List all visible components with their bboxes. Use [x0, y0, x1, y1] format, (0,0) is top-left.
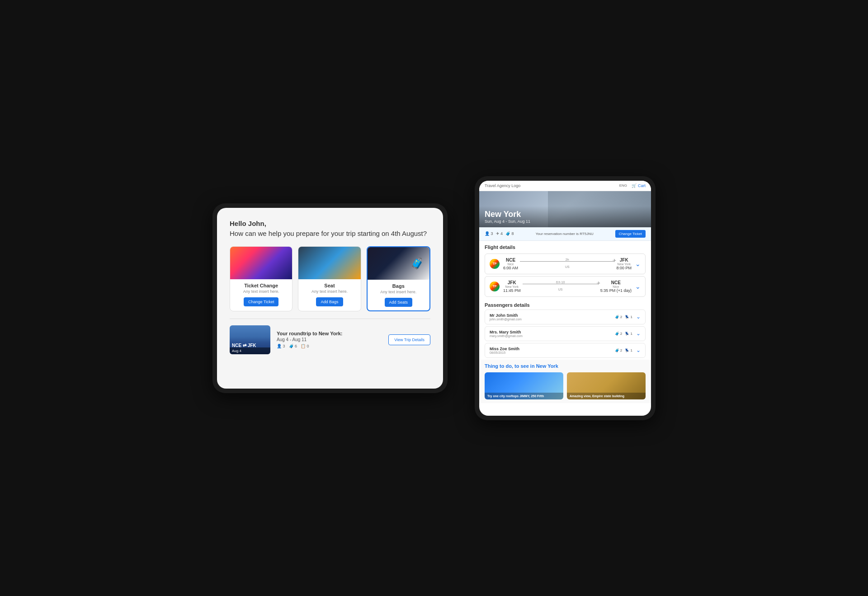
right-tablet-inner: Travel Agency Logo ENG 🛒 Cart New York S…: [479, 181, 651, 416]
arrival-city-1: New York: [616, 263, 632, 266]
trip-title: Your roundtrip to New York:: [277, 331, 382, 336]
language-selector[interactable]: ENG: [619, 183, 627, 188]
passenger-info-2: Mrs. Mary Smith mary.smith@gmail.com: [490, 330, 615, 338]
arrival-code-1: JFK: [616, 258, 632, 263]
thing-card-jimmy[interactable]: Try one city rooftops JIMMY, 250 Fifth: [485, 372, 563, 399]
passenger-icons-1: 🧳 2 💺 1: [615, 315, 632, 319]
ticket-card-image: [230, 247, 292, 279]
greeting-line1: Hello John,: [230, 220, 266, 227]
trip-info: Your roundtrip to New York: Aug 4 - Aug …: [277, 331, 382, 348]
arrival-code-2: NCE: [600, 280, 632, 285]
pax-count: 👤 3: [485, 231, 493, 236]
pax2-seat-icon: 💺 1: [625, 332, 632, 336]
passenger-name-2: Mrs. Mary Smith: [490, 330, 615, 334]
flight-duration-1: 2h: [520, 258, 614, 261]
ticket-card-desc: Any text insert here.: [243, 289, 279, 294]
bag-count: ✈ 4: [496, 231, 503, 236]
flight-expand-2[interactable]: ⌄: [635, 283, 641, 290]
add-bags-button[interactable]: Add Bags: [316, 297, 343, 306]
arrival-city-2: Nice: [600, 285, 632, 288]
hero-section: New York Sun, Aug 4 - Sun, Aug 11: [479, 191, 651, 227]
airline-logo-2: TP: [490, 282, 500, 291]
passenger-icons-2: 🧳 2 💺 1: [615, 332, 632, 336]
passenger-info-3: Miss Zoe Smith 08/05/2015: [490, 347, 615, 354]
add-seats-button[interactable]: Add Seats: [385, 298, 413, 307]
cart-icon[interactable]: 🛒 Cart: [632, 183, 646, 188]
header-right: ENG 🛒 Cart: [619, 183, 646, 188]
passenger-dob-3: 08/05/2015: [490, 351, 615, 354]
trip-row: Aug 4 NCE ⇄ JFK Your roundtrip to New Yo…: [230, 325, 430, 354]
passenger-card-1: Mr John Smith john.smith@gmail.com 🧳 2 💺…: [485, 310, 646, 324]
right-change-ticket-button[interactable]: Change Ticket: [615, 230, 646, 238]
bags-card: Bags Any text insert here. Add Seats: [367, 246, 430, 311]
passenger-info-1: Mr John Smith john.smith@gmail.com: [490, 313, 615, 321]
right-header: Travel Agency Logo ENG 🛒 Cart: [479, 181, 651, 191]
ticket-card-title: Ticket Change: [244, 283, 278, 288]
flight-card-2: TP JFK New York 11:45 PM 6:h 10 US: [485, 276, 646, 297]
passenger-icons-3: 🧳 2 💺 1: [615, 348, 632, 352]
departure-city-1: Nice: [503, 263, 518, 266]
departure-city-2: New York: [503, 285, 521, 288]
bags-card-title: Bags: [392, 283, 405, 289]
passenger-expand-1[interactable]: ⌄: [636, 314, 641, 320]
pax1-seat-icon: 💺 1: [625, 315, 632, 319]
flight-expand-1[interactable]: ⌄: [635, 260, 641, 267]
left-tablet-inner: Hello John, How can we help you prepare …: [217, 208, 443, 389]
change-ticket-button[interactable]: Change Ticket: [244, 297, 279, 306]
trip-other: 📋 0: [301, 344, 309, 348]
passenger-card-2: Mrs. Mary Smith mary.smith@gmail.com 🧳 2…: [485, 326, 646, 341]
airline-logo-1: TP: [490, 259, 500, 269]
seat-card-title: Seat: [324, 283, 335, 288]
trip-dates: Aug 4 - Aug 11: [277, 337, 382, 342]
things-cards: Try one city rooftops JIMMY, 250 Fifth A…: [485, 372, 646, 399]
flight-arrow-2: 6:h 10 US: [523, 281, 599, 292]
departure-time-1: 6:00 AM: [503, 266, 518, 270]
section-divider: [230, 319, 430, 319]
hero-dates: Sun, Aug 4 - Sun, Aug 11: [485, 219, 646, 224]
departure-code-2: JFK: [503, 280, 521, 285]
arrival-info-1: JFK New York 8:00 PM: [616, 258, 632, 270]
arrival-info-2: NCE Nice 5:35 PM (+1 day): [600, 280, 632, 293]
greeting-line2: How can we help you prepare for your tri…: [230, 230, 427, 237]
reservation-icons: 👤 3 ✈ 4 🧳 8: [485, 231, 514, 236]
flight-details-title: Flight details: [479, 241, 651, 252]
city-name: New York: [485, 210, 646, 219]
flight-route-2: JFK New York 11:45 PM 6:h 10 US NCE Nice: [503, 280, 632, 293]
things-section: Thing to do, to see in New York Try one …: [479, 360, 651, 403]
thing-card-empire[interactable]: Amazing view, Empire state building: [567, 372, 646, 399]
flight-duration-2: 6:h 10: [523, 281, 599, 284]
view-trip-details-button[interactable]: View Trip Details: [388, 334, 430, 345]
things-title: Thing to do, to see in New York: [485, 363, 646, 369]
bags-card-desc: Any text insert here.: [380, 290, 416, 294]
seat-card: Seat Any text insert here. Add Bags: [298, 246, 361, 311]
trip-meta: 👤 3 🧳 6 📋 0: [277, 344, 382, 348]
reservation-number: Your reservation number is RT5JNU: [536, 232, 594, 236]
trip-passengers: 👤 3: [277, 344, 285, 348]
thing-card-empire-text: Amazing view, Empire state building: [567, 393, 646, 399]
passenger-expand-2[interactable]: ⌄: [636, 330, 641, 337]
flight-route-1: NCE Nice 6:00 AM 2h US JFK New York: [503, 258, 632, 270]
greeting: Hello John, How can we help you prepare …: [230, 219, 430, 239]
passenger-email-1: john.smith@gmail.com: [490, 318, 615, 321]
flight-arrow-1: 2h US: [520, 258, 614, 270]
flight-class-2: US: [558, 288, 563, 291]
passengers-title: Passengers details: [479, 299, 651, 310]
departure-time-2: 11:45 PM: [503, 288, 521, 293]
passenger-email-2: mary.smith@gmail.com: [490, 334, 615, 338]
arrival-time-1: 8:00 PM: [616, 266, 632, 270]
departure-info-2: JFK New York 11:45 PM: [503, 280, 521, 293]
scene: Hello John, How can we help you prepare …: [0, 0, 868, 596]
right-content: 👤 3 ✈ 4 🧳 8 Your reservation number is R…: [479, 227, 651, 416]
trip-bags: 🧳 6: [289, 344, 297, 348]
departure-code-1: NCE: [503, 258, 518, 263]
flight-card-1: TP NCE Nice 6:00 AM 2h US: [485, 253, 646, 274]
seat-card-body: Seat Any text insert here. Add Bags: [308, 279, 351, 311]
pax3-seat-icon: 💺 1: [625, 348, 632, 352]
flight-class-1: US: [565, 265, 570, 268]
passenger-expand-3[interactable]: ⌄: [636, 347, 641, 353]
ticket-card-body: Ticket Change Any text insert here. Chan…: [240, 279, 283, 311]
ticket-card: Ticket Change Any text insert here. Chan…: [230, 246, 292, 311]
seat-card-desc: Any text insert here.: [311, 289, 348, 294]
passenger-card-3: Miss Zoe Smith 08/05/2015 🧳 2 💺 1 ⌄: [485, 343, 646, 358]
seat-card-image: [298, 247, 360, 279]
